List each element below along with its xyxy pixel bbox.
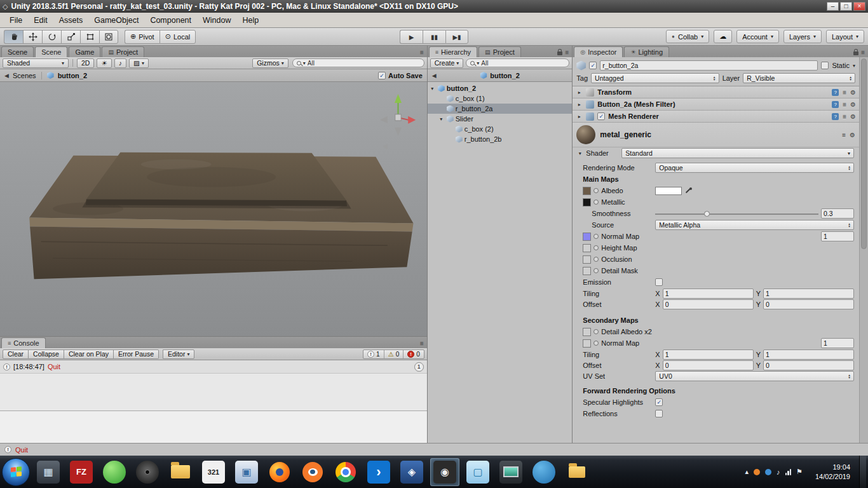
texture-picker-dot[interactable] xyxy=(593,200,599,205)
taskbar-icon-folder[interactable] xyxy=(166,458,195,486)
taskbar-icon-photos-app[interactable]: ▢ xyxy=(463,458,492,486)
foldout-closed-icon[interactable]: ▸ xyxy=(576,102,583,107)
gizmo-center-cube[interactable] xyxy=(395,114,401,121)
warning-count-toggle[interactable]: ⚠ 0 xyxy=(384,350,403,358)
tab-game[interactable]: Game xyxy=(69,46,100,57)
secondary-offset-x-field[interactable] xyxy=(663,360,754,370)
normal-map-value-field[interactable] xyxy=(821,231,854,241)
preset-icon[interactable]: ≡ xyxy=(843,101,846,108)
menu-window[interactable]: Window xyxy=(197,13,236,27)
detail-albedo-texture-thumb[interactable] xyxy=(583,328,591,336)
taskbar-icon-media-player-321[interactable]: 321 xyxy=(199,458,228,486)
error-count-toggle[interactable]: ! 0 xyxy=(403,350,424,358)
specular-highlights-checkbox[interactable]: ✓ xyxy=(655,398,663,406)
scene-viewport[interactable] xyxy=(0,82,427,336)
show-desktop-button[interactable] xyxy=(859,456,866,488)
scene-search-input[interactable] xyxy=(308,60,420,67)
albedo-texture-thumb[interactable] xyxy=(583,187,591,195)
step-button[interactable]: ▶▮ xyxy=(445,30,468,44)
taskbar-clock[interactable]: 19:04 14/02/2019 xyxy=(810,463,855,482)
hierarchy-search-field[interactable]: ▾ xyxy=(466,58,569,67)
height-map-texture-thumb[interactable] xyxy=(583,244,591,252)
tray-orange-app-icon[interactable] xyxy=(754,469,760,475)
active-checkbox[interactable]: ✓ xyxy=(589,62,597,69)
scrollbar-thumb[interactable] xyxy=(861,58,867,249)
minimize-button[interactable]: – xyxy=(827,2,839,11)
taskbar-icon-blender[interactable] xyxy=(298,458,327,486)
hierarchy-item-button_2[interactable]: ▾ button_2 xyxy=(428,83,573,93)
breadcrumb-prefab-name[interactable]: button_2 xyxy=(490,72,519,79)
tray-blue-app-icon[interactable] xyxy=(765,469,771,475)
preset-icon[interactable]: ≡ xyxy=(843,113,846,120)
taskbar-icon-green-app[interactable] xyxy=(100,458,129,486)
uv-set-dropdown[interactable]: UV0 ▴▾ xyxy=(655,371,854,381)
tag-dropdown[interactable]: Untagged ▴▾ xyxy=(591,73,719,83)
tiling-y-field[interactable] xyxy=(763,288,854,299)
search-filter-dropdown-icon[interactable]: ▾ xyxy=(303,60,306,66)
move-tool-button[interactable] xyxy=(23,30,42,44)
pane-menu-icon[interactable]: ≡ xyxy=(565,49,569,56)
search-filter-dropdown-icon[interactable]: ▾ xyxy=(477,60,479,66)
collab-dropdown[interactable]: ● Collab ▾ xyxy=(666,30,709,43)
eyedropper-icon[interactable] xyxy=(684,187,692,194)
breadcrumb-prefab-name[interactable]: button_2 xyxy=(58,72,87,79)
meshrenderer-enabled-checkbox[interactable]: ✓ xyxy=(597,112,605,120)
albedo-color-field[interactable] xyxy=(655,187,682,195)
foldout-closed-icon[interactable]: ▸ xyxy=(576,114,583,119)
2d-toggle-button[interactable]: 2D xyxy=(77,58,94,68)
object-name-field[interactable] xyxy=(600,60,818,71)
taskbar-icon-blue-app-2[interactable] xyxy=(529,458,559,486)
texture-picker-dot[interactable] xyxy=(593,245,599,250)
source-dropdown[interactable]: Metallic Alpha ▴▾ xyxy=(655,220,854,230)
gear-icon[interactable]: ⚙ xyxy=(850,89,856,96)
foldout-open-icon[interactable]: ▾ xyxy=(429,86,436,92)
hierarchy-item-r_button_2b[interactable]: r_button_2b xyxy=(428,134,573,144)
gizmo-y-axis-cone[interactable] xyxy=(395,94,402,103)
taskbar-icon-calculator[interactable]: ▦ xyxy=(34,458,63,486)
gizmo-neg-y-cone[interactable] xyxy=(395,128,402,136)
back-arrow-icon[interactable]: ◀ xyxy=(432,72,437,79)
secondary-offset-y-field[interactable] xyxy=(763,360,854,370)
secondary-normal-value-field[interactable] xyxy=(821,338,854,348)
tray-network-icon[interactable] xyxy=(785,469,792,475)
info-count-toggle[interactable]: ! 1 xyxy=(363,350,384,358)
detail-mask-texture-thumb[interactable] xyxy=(583,267,591,275)
gizmo-x-axis-cone[interactable] xyxy=(408,116,416,124)
foldout-closed-icon[interactable]: ▸ xyxy=(576,90,583,95)
help-icon[interactable]: ? xyxy=(832,101,839,108)
gear-icon[interactable]: ⚙ xyxy=(850,101,856,108)
smoothness-value-field[interactable] xyxy=(821,208,854,219)
texture-picker-dot[interactable] xyxy=(593,329,599,334)
autosave-checkbox[interactable]: ✓ xyxy=(378,72,386,79)
console-clear-button[interactable]: Clear xyxy=(3,349,29,359)
play-button[interactable]: ▶ xyxy=(400,30,423,44)
gizmo-neg-x-cone[interactable] xyxy=(380,116,388,123)
console-clear-on-play-toggle[interactable]: Clear on Play xyxy=(64,349,114,359)
tray-action-center-flag-icon[interactable]: ⚑ xyxy=(796,468,803,476)
tray-volume-icon[interactable]: ♪ xyxy=(776,468,780,476)
back-arrow-icon[interactable]: ◀ xyxy=(4,72,9,79)
reflections-checkbox[interactable] xyxy=(655,410,663,417)
menu-help[interactable]: Help xyxy=(236,13,264,27)
static-dropdown-icon[interactable]: ▾ xyxy=(853,63,855,69)
hierarchy-item-c_box-2[interactable]: c_box (2) xyxy=(428,124,573,134)
scene-lighting-toggle[interactable]: ☀ xyxy=(97,58,111,68)
scene-viewport-canvas[interactable] xyxy=(0,82,427,336)
hierarchy-item-slider[interactable]: ▾ Slider xyxy=(428,114,573,124)
help-icon[interactable]: ? xyxy=(832,113,839,120)
texture-picker-dot[interactable] xyxy=(593,268,599,273)
scene-search-field[interactable]: ▾ xyxy=(292,58,424,67)
tiling-x-field[interactable] xyxy=(663,288,754,299)
scene-effects-dropdown[interactable]: ▨ ▾ xyxy=(129,58,149,68)
hierarchy-search-input[interactable] xyxy=(481,60,565,67)
orientation-gizmo[interactable] xyxy=(380,94,416,149)
console-editor-dropdown[interactable]: Editor ▾ xyxy=(163,349,194,359)
preset-icon[interactable]: ≡ xyxy=(842,132,846,139)
menu-gameobject[interactable]: GameObject xyxy=(88,13,144,27)
rotate-tool-button[interactable] xyxy=(42,30,61,44)
transform-tool-button[interactable] xyxy=(99,30,118,44)
taskbar-icon-unity-active[interactable]: ◉ xyxy=(430,458,459,486)
lock-icon[interactable] xyxy=(853,51,858,55)
material-preview-sphere[interactable] xyxy=(576,125,595,144)
secondary-tiling-x-field[interactable] xyxy=(663,349,754,360)
